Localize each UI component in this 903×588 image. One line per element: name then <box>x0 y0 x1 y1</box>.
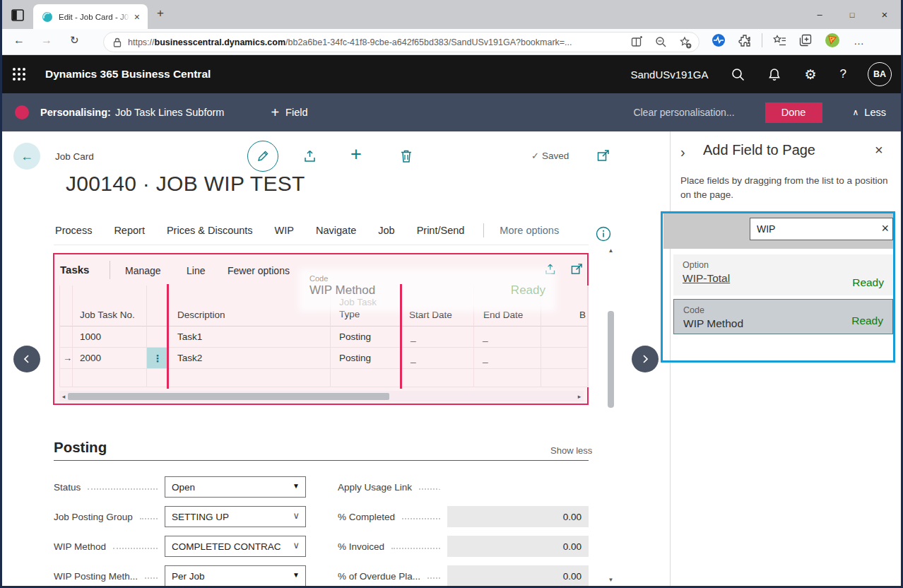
field-label: % of Overdue Pla... <box>338 571 420 582</box>
tab-actions-icon[interactable] <box>9 6 26 23</box>
field-pct-completed: % Completed 0.00 <box>338 506 589 527</box>
cell-description[interactable]: Task2 <box>169 348 331 369</box>
minimize-icon[interactable]: – <box>803 0 836 29</box>
new-record-button[interactable]: + <box>350 143 362 165</box>
search-icon[interactable] <box>731 68 745 81</box>
menu-print-send[interactable]: Print/Send <box>417 225 465 236</box>
page-vertical-scrollbar[interactable]: ▲ ▼ <box>606 246 616 586</box>
cell-job-task-no[interactable]: 2000 <box>73 348 147 369</box>
pizza-extension-icon[interactable] <box>825 33 840 48</box>
share-icon[interactable] <box>304 149 319 163</box>
current-row-arrow-icon: → <box>60 348 73 369</box>
field-search-input[interactable] <box>750 218 893 240</box>
app-title[interactable]: Dynamics 365 Business Central <box>45 68 211 81</box>
tasks-menu-line[interactable]: Line <box>187 265 205 276</box>
cell-clipped[interactable] <box>541 348 588 369</box>
empty-cell[interactable] <box>541 369 588 387</box>
avatar[interactable]: BA <box>868 62 892 86</box>
tab-close-icon[interactable]: × <box>132 11 142 23</box>
cell-description[interactable]: Task1 <box>169 327 331 348</box>
settings-gear-icon[interactable]: ⚙ <box>804 66 816 83</box>
add-field-button[interactable]: + Field <box>271 105 307 121</box>
scroll-right-icon[interactable]: ▸ <box>575 393 584 400</box>
extensions-puzzle-icon[interactable] <box>738 34 751 47</box>
empty-cell[interactable] <box>169 369 331 387</box>
edit-pencil-button[interactable] <box>247 141 278 172</box>
more-menu-icon[interactable]: … <box>854 35 865 47</box>
collections-icon[interactable] <box>799 34 812 47</box>
scrollbar-thumb[interactable] <box>68 393 389 400</box>
collapse-chevron-icon[interactable]: › <box>680 144 685 160</box>
back-icon[interactable]: ← <box>13 34 25 47</box>
done-button[interactable]: Done <box>765 102 822 123</box>
clear-personalisation-button[interactable]: Clear personalisation... <box>633 107 734 118</box>
help-icon[interactable]: ? <box>840 67 846 81</box>
menu-wip[interactable]: WIP <box>275 225 294 236</box>
empty-cell[interactable] <box>331 369 402 387</box>
empty-cell[interactable] <box>474 369 541 387</box>
scroll-up-icon[interactable]: ▲ <box>606 247 616 254</box>
address-bar[interactable]: https://businesscentral.dynamics.com/bb2… <box>103 32 700 52</box>
cell-job-task-type[interactable]: Posting <box>331 348 402 369</box>
browser-tab[interactable]: Edit - Job Card - J00140 · JOB WI × <box>33 4 148 29</box>
previous-record-button[interactable] <box>13 346 40 372</box>
info-icon[interactable] <box>596 226 611 242</box>
window-close-icon[interactable]: × <box>868 0 901 29</box>
posting-section-title[interactable]: Posting <box>54 439 107 456</box>
page-back-button[interactable]: ← <box>13 143 40 170</box>
row-options-ellipsis-icon[interactable]: ⋮ <box>147 348 169 369</box>
scroll-left-icon[interactable]: ◂ <box>59 393 68 400</box>
status-select[interactable]: Open▼ <box>165 476 306 498</box>
column-header-job-task-no[interactable]: Job Task No. <box>73 286 147 327</box>
open-in-new-window-icon[interactable] <box>597 149 610 162</box>
show-less-link[interactable]: Show less <box>550 445 592 456</box>
browser-essentials-icon[interactable] <box>712 33 726 47</box>
chevron-down-icon: ▼ <box>293 482 300 490</box>
next-record-button[interactable] <box>632 346 659 372</box>
expand-icon[interactable] <box>571 263 583 275</box>
menu-report[interactable]: Report <box>114 225 145 236</box>
tasks-menu-manage[interactable]: Manage <box>125 265 161 276</box>
business-central-favicon <box>42 11 53 23</box>
maximize-icon[interactable]: □ <box>836 0 868 29</box>
favorite-star-icon[interactable] <box>679 36 692 49</box>
refresh-icon[interactable]: ↻ <box>70 34 79 47</box>
menu-navigate[interactable]: Navigate <box>316 225 356 236</box>
empty-cell[interactable] <box>73 369 147 387</box>
cell-job-task-type[interactable]: Posting <box>331 327 402 348</box>
job-posting-group-lookup[interactable]: SETTING UP∨ <box>165 506 306 527</box>
scrollbar-thumb[interactable] <box>608 311 614 408</box>
cell-start-date[interactable]: _ <box>402 348 474 369</box>
waffle-icon[interactable] <box>11 66 27 82</box>
less-button[interactable]: ∧ Less <box>853 107 886 118</box>
dotted-leader <box>419 488 440 490</box>
favorites-bar-icon[interactable] <box>773 35 786 47</box>
plus-icon: + <box>271 105 279 121</box>
notifications-bell-icon[interactable] <box>768 68 781 81</box>
menu-job[interactable]: Job <box>378 225 394 236</box>
wip-method-lookup[interactable]: COMPLETED CONTRAC∨ <box>165 536 306 557</box>
cell-start-date[interactable]: _ <box>402 327 474 348</box>
pencil-icon <box>256 149 270 163</box>
menu-process[interactable]: Process <box>55 225 92 236</box>
more-options[interactable]: More options <box>500 225 559 236</box>
empty-cell[interactable] <box>402 369 474 387</box>
grid-horizontal-scrollbar[interactable]: ◂ ▸ <box>59 391 584 401</box>
cell-end-date[interactable]: _ <box>474 327 541 348</box>
field-item-wip-total[interactable]: Option WIP-Total Ready <box>673 254 893 295</box>
wip-posting-method-select[interactable]: Per Job▼ <box>165 565 306 587</box>
delete-trash-icon[interactable] <box>400 149 413 163</box>
panel-title: Add Field to Page <box>703 142 815 158</box>
field-item-wip-method[interactable]: Code WIP Method Ready <box>673 299 893 334</box>
scroll-down-icon[interactable]: ▼ <box>606 577 616 583</box>
tasks-menu-fewer-options[interactable]: Fewer options <box>228 265 290 276</box>
menu-prices-discounts[interactable]: Prices & Discounts <box>167 225 253 236</box>
split-screen-icon[interactable] <box>631 36 643 48</box>
new-tab-button[interactable]: + <box>157 6 164 20</box>
panel-close-icon[interactable]: × <box>875 142 883 158</box>
cell-job-task-no[interactable]: 1000 <box>73 327 147 348</box>
cell-clipped[interactable] <box>541 327 588 348</box>
zoom-icon[interactable] <box>655 36 667 48</box>
clear-search-icon[interactable]: × <box>881 222 889 235</box>
cell-end-date[interactable]: _ <box>474 348 541 369</box>
